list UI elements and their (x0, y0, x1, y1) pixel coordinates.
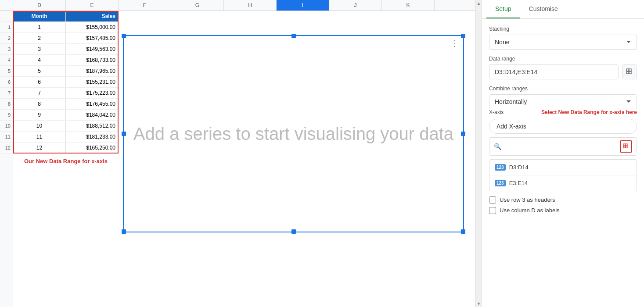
handle-bl[interactable] (122, 229, 126, 234)
cell-d9[interactable]: 9 (13, 110, 66, 120)
cell-e12[interactable]: $165,250.00 (66, 143, 119, 153)
right-panel: Setup Customise Stacking None Data range… (482, 0, 644, 307)
header-sales[interactable]: Sales (66, 11, 119, 21)
x-axis-row: X-axis Select New Data Range for x-axis … (489, 109, 637, 116)
cell-d7[interactable]: 7 (13, 88, 66, 98)
scroll-down-arrow[interactable]: ▼ (477, 301, 481, 306)
table-row: 8 $176,455.00 (13, 99, 119, 110)
row-num-10: 10 (0, 121, 13, 132)
use-column-d-checkbox[interactable] (489, 207, 496, 214)
handle-ml[interactable] (122, 132, 126, 136)
cell-d11[interactable]: 11 (13, 132, 66, 142)
stacking-dropdown[interactable]: None (489, 35, 637, 50)
col-header-g: G (171, 0, 224, 11)
dropdown-list: 123 D3:D14 123 E3:E14 (489, 159, 637, 191)
handle-br[interactable] (461, 229, 465, 234)
panel-tabs: Setup Customise (482, 0, 644, 19)
table-header-row: Month Sales (13, 11, 119, 22)
combine-ranges-label: Combine ranges (489, 86, 637, 92)
table-row: 12 $165,250.00 (13, 143, 119, 154)
chart-dots-menu[interactable]: ⋮ (451, 39, 459, 48)
table-row: 6 $155,231.00 (13, 77, 119, 88)
vertical-scrollbar[interactable]: ▲ ▼ (475, 0, 482, 307)
table-row: 9 $184,042.00 (13, 110, 119, 121)
search-row: 🔍 (489, 137, 637, 156)
cell-d3[interactable]: 3 (13, 44, 66, 54)
data-columns: Month Sales 1 $155,000.00 2 $157,485.00 … (13, 11, 119, 307)
cell-d8[interactable]: 8 (13, 99, 66, 109)
cell-e2[interactable]: $157,485.00 (66, 33, 119, 43)
handle-mr[interactable] (461, 132, 465, 136)
cell-d6[interactable]: 6 (13, 77, 66, 87)
cell-d4[interactable]: 4 (13, 55, 66, 65)
row-num-5: 5 (0, 66, 13, 77)
data-range-grid-btn[interactable] (622, 64, 637, 79)
cell-e4[interactable]: $168,733.00 (66, 55, 119, 65)
panel-content: Stacking None Data range Combine ranges … (482, 19, 644, 307)
table-area: 1 2 3 4 5 6 7 8 9 10 11 12 Month Sales 1… (0, 11, 482, 307)
use-row-3-checkbox[interactable] (489, 196, 496, 203)
svg-rect-7 (626, 146, 627, 148)
svg-rect-0 (626, 69, 629, 71)
grid-icon (626, 68, 633, 75)
handle-bc[interactable] (291, 229, 296, 234)
svg-rect-3 (629, 71, 631, 74)
row-num-header (0, 11, 13, 22)
col-header-j: J (329, 0, 382, 11)
data-range-row (489, 64, 637, 79)
list-item[interactable]: 123 E3:E14 (489, 175, 637, 191)
svg-rect-2 (626, 71, 629, 74)
grid-icon-red-btn[interactable] (620, 140, 632, 153)
col-header-h: H (224, 0, 277, 11)
svg-rect-5 (626, 144, 627, 146)
chart-placeholder: Add a series to start visualising your d… (133, 121, 453, 146)
scroll-up-arrow[interactable]: ▲ (477, 1, 481, 6)
list-item[interactable]: 123 D3:D14 (489, 160, 637, 175)
data-range-label: Data range (489, 56, 637, 62)
cell-e9[interactable]: $184,042.00 (66, 110, 119, 120)
data-range-input[interactable] (489, 64, 619, 79)
cell-d12[interactable]: 12 (13, 143, 66, 153)
cell-e6[interactable]: $155,231.00 (66, 77, 119, 87)
cell-d2[interactable]: 2 (13, 33, 66, 43)
handle-tc[interactable] (291, 34, 296, 38)
stacking-label: Stacking (489, 26, 637, 32)
checkbox-row-2: Use column D as labels (489, 207, 637, 214)
row-num-3: 3 (0, 44, 13, 55)
table-row: 5 $187,965.00 (13, 66, 119, 77)
cell-d1[interactable]: 1 (13, 22, 66, 32)
add-x-axis-button[interactable]: Add X-axis (489, 119, 637, 134)
row-num-11: 11 (0, 132, 13, 143)
tab-setup[interactable]: Setup (486, 0, 520, 18)
cell-d10[interactable]: 10 (13, 121, 66, 131)
row-numbers: 1 2 3 4 5 6 7 8 9 10 11 12 (0, 11, 13, 307)
header-month[interactable]: Month (13, 11, 66, 21)
cell-e10[interactable]: $188,512.00 (66, 121, 119, 131)
cell-e11[interactable]: $181,233.00 (66, 132, 119, 142)
table-row: 1 $155,000.00 (13, 22, 119, 33)
cell-e8[interactable]: $176,455.00 (66, 99, 119, 109)
svg-rect-4 (623, 144, 625, 146)
badge-123-1: 123 (495, 164, 506, 171)
search-input[interactable] (505, 143, 616, 150)
row-num-9: 9 (0, 110, 13, 121)
combine-ranges-dropdown[interactable]: Horizontally (489, 94, 637, 109)
svg-rect-6 (623, 146, 625, 148)
search-icon: 🔍 (494, 143, 501, 150)
cell-e7[interactable]: $175,223.00 (66, 88, 119, 98)
spreadsheet-area: D E F G H I J K 1 2 3 4 5 6 7 8 9 10 11 … (0, 0, 482, 307)
cell-e1[interactable]: $155,000.00 (66, 22, 119, 32)
cell-d5[interactable]: 5 (13, 66, 66, 76)
handle-tl[interactable] (122, 34, 126, 38)
row-num-2: 2 (0, 33, 13, 44)
checkbox-row-1: Use row 3 as headers (489, 196, 637, 203)
use-row-3-label: Use row 3 as headers (500, 196, 555, 203)
tab-customise[interactable]: Customise (520, 0, 567, 18)
col-header-f: F (119, 0, 171, 11)
table-row: 7 $175,223.00 (13, 88, 119, 99)
cell-e3[interactable]: $149,563.00 (66, 44, 119, 54)
handle-tr[interactable] (461, 34, 465, 38)
col-header-e: E (66, 0, 119, 11)
cell-e5[interactable]: $187,965.00 (66, 66, 119, 76)
col-header-i: I (277, 0, 329, 11)
